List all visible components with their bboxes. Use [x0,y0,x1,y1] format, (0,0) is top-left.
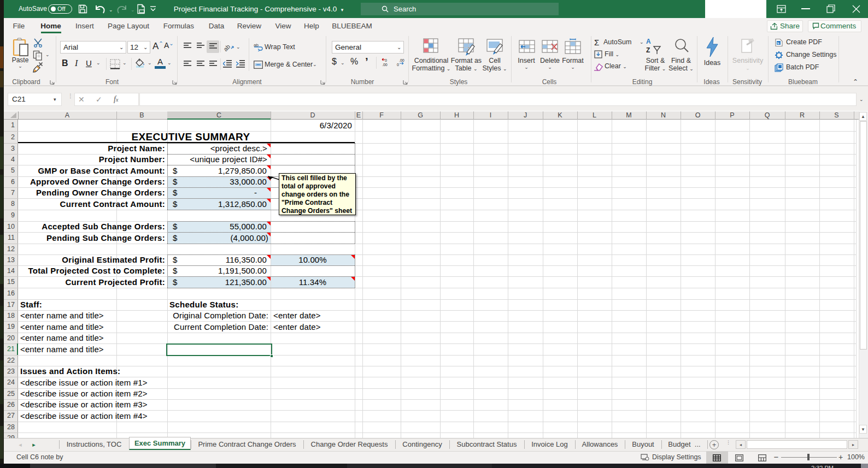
svg-text:0: 0 [385,58,387,62]
svg-text:0: 0 [397,63,399,67]
svg-text:ab: ab [224,43,231,52]
svg-text:b: b [777,42,779,45]
svg-text:Z: Z [646,46,650,54]
svg-text:A: A [646,38,651,45]
svg-text:.00: .00 [382,63,388,67]
